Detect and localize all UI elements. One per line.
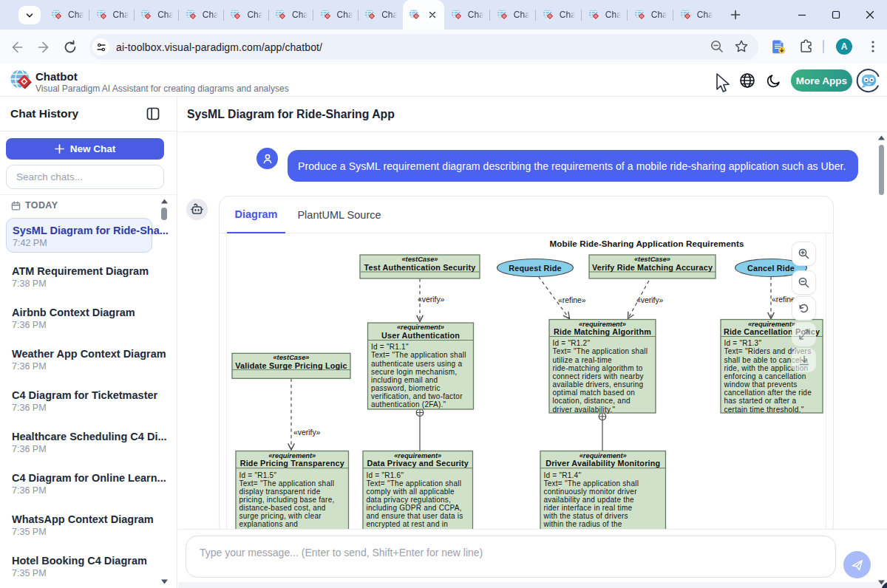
more-apps-button[interactable]: More Apps	[791, 69, 852, 92]
browser-tab[interactable]: Cha	[358, 0, 403, 30]
browser-tab[interactable]: Cha	[223, 0, 268, 30]
window-minimize-button[interactable]	[785, 0, 819, 30]
diagram-download-button[interactable]	[792, 348, 816, 372]
forward-button[interactable]	[35, 39, 52, 55]
browser-tab[interactable]: Cha	[673, 0, 719, 30]
chat-history-item[interactable]: Weather App Context Diagram7:36 PM	[6, 342, 152, 377]
svg-text:Verify Ride Matching Accuracy: Verify Ride Matching Accuracy	[592, 263, 713, 272]
chat-history-item[interactable]: ATM Requirement Diagram7:38 PM	[6, 259, 152, 294]
chat-item-title: Hotel Booking C4 Diagram	[12, 555, 152, 567]
browser-tab-active[interactable]	[403, 0, 444, 30]
sidebar-scroll-down-icon[interactable]	[160, 578, 169, 585]
diagram-expand-button[interactable]	[792, 322, 816, 346]
browser-tab[interactable]: Cha	[313, 0, 358, 30]
sidebar-scroll-up-icon[interactable]	[160, 198, 169, 205]
svg-text:«requirement»: «requirement»	[397, 324, 444, 331]
main-scroll-up-icon[interactable]	[877, 134, 886, 141]
svg-text:within the radius of the: within the radius of the	[543, 520, 622, 528]
message-input[interactable]: Type your message... (Enter to send, Shi…	[186, 536, 836, 578]
main-scrollbar-thumb[interactable]	[879, 145, 885, 195]
profile-avatar[interactable]: A	[836, 38, 852, 55]
svg-text:display transparent ride: display transparent ride	[239, 488, 321, 496]
browser-tab[interactable]: Cha	[179, 0, 224, 30]
visual-paradigm-favicon	[543, 9, 554, 21]
back-button[interactable]	[9, 39, 25, 55]
more-apps-label: More Apps	[796, 75, 847, 86]
new-chat-button[interactable]: New Chat	[6, 138, 164, 160]
browser-tab[interactable]: Cha	[444, 0, 490, 30]
svg-text:continuously monitor driver: continuously monitor driver	[544, 488, 638, 496]
chat-history-item[interactable]: SysML Diagram for Ride-Sha...7:42 PM	[6, 218, 152, 253]
tab-plantuml-label: PlantUML Source	[297, 209, 381, 221]
chat-item-title: C4 Diagram for Online Learn...	[12, 472, 152, 484]
svg-text:driver availability.": driver availability."	[553, 406, 616, 414]
send-button[interactable]	[843, 551, 871, 578]
reading-mode-button[interactable]	[770, 38, 787, 55]
tab-plantuml-source[interactable]: PlantUML Source	[291, 196, 387, 233]
visual-paradigm-favicon	[497, 9, 509, 21]
zoom-in-icon	[798, 247, 810, 260]
chat-history-item[interactable]: C4 Diagram for Online Learn...7:36 PM	[6, 466, 152, 501]
tab-diagram[interactable]: Diagram	[227, 196, 285, 233]
assistant-avatar[interactable]	[855, 67, 882, 94]
sidebar-collapse-button[interactable]	[146, 106, 160, 121]
browser-menu-button[interactable]	[865, 38, 881, 55]
chat-history-item[interactable]: Healthcare Scheduling C4 Di...7:36 PM	[6, 425, 152, 459]
chat-section-header: TODAY	[11, 200, 58, 211]
browser-tab[interactable]: Cha	[582, 0, 628, 30]
robot-icon	[191, 203, 203, 216]
visual-paradigm-logo	[10, 69, 33, 92]
dark-mode-button[interactable]	[766, 73, 781, 89]
reload-button[interactable]	[62, 39, 78, 55]
svg-text:available drivers, ensuring: available drivers, ensuring	[553, 380, 644, 389]
browser-tab[interactable]: Cha	[89, 0, 135, 30]
chat-history-item[interactable]: Airbnb Context Diagram7:36 PM	[6, 301, 152, 335]
new-tab-button[interactable]	[727, 6, 744, 24]
tab-label: Cha	[381, 10, 398, 20]
svg-text:distance-based cost, and: distance-based cost, and	[239, 504, 326, 512]
window-maximize-button[interactable]	[819, 0, 853, 30]
site-info-button[interactable]	[92, 38, 109, 55]
search-chats-input[interactable]: Search chats...	[6, 165, 164, 189]
window-close-button[interactable]	[853, 0, 887, 30]
sysml-diagram: Mobile Ride-Sharing Application Requirem…	[227, 234, 826, 529]
diagram-viewport[interactable]: Mobile Ride-Sharing Application Requirem…	[226, 234, 826, 529]
bookmark-button[interactable]	[733, 38, 750, 55]
visual-paradigm-favicon	[96, 9, 108, 21]
browser-tab[interactable]: Cha	[490, 0, 536, 30]
zoom-indicator-button[interactable]	[709, 38, 725, 55]
send-icon	[851, 558, 864, 572]
new-chat-label: New Chat	[70, 143, 116, 154]
tab-label: Cha	[247, 10, 263, 20]
diagram-zoom-in-button[interactable]	[792, 242, 816, 266]
visual-paradigm-favicon	[680, 9, 692, 21]
browser-tab[interactable]: Cha	[134, 0, 179, 30]
browser-tab[interactable]: Cha	[268, 0, 313, 30]
svg-text:authenticate users using a: authenticate users using a	[371, 360, 462, 368]
svg-text:Text= "The application shall: Text= "The application shall	[553, 347, 648, 355]
chat-history-item[interactable]: C4 Diagram for Ticketmaster7:36 PM	[6, 383, 152, 418]
svg-text:with the status of drivers: with the status of drivers	[543, 512, 628, 520]
main-scroll-down-icon[interactable]	[877, 579, 886, 586]
app-tagline: Visual Paradigm AI Assistant for creatin…	[35, 83, 289, 94]
sidebar-scrollbar-thumb[interactable]	[161, 208, 167, 220]
extensions-button[interactable]	[798, 38, 815, 55]
browser-tab[interactable]: Cha	[536, 0, 582, 30]
browser-tab[interactable]: Cha	[44, 0, 89, 30]
reset-icon	[798, 302, 810, 315]
svg-text:Validate Surge Pricing Logic: Validate Surge Pricing Logic	[235, 361, 347, 370]
browser-tab[interactable]: Cha	[628, 0, 673, 30]
chat-history-item[interactable]: Hotel Booking C4 Diagram7:35 PM	[6, 549, 152, 584]
tab-search-button[interactable]	[18, 6, 41, 24]
diagram-zoom-out-button[interactable]	[792, 270, 816, 295]
url-text[interactable]: ai-toolbox.visual-paradigm.com/app/chatb…	[116, 34, 322, 60]
chat-history-item[interactable]: WhatsApp Context Diagram7:35 PM	[6, 507, 152, 542]
zoom-out-lens-icon	[709, 38, 725, 55]
diagram-reset-button[interactable]	[792, 296, 816, 321]
language-button[interactable]	[739, 72, 755, 89]
chat-item-time: 7:36 PM	[12, 485, 152, 496]
svg-text:encrypted at rest and in: encrypted at rest and in	[367, 520, 449, 528]
panel-collapse-icon	[146, 106, 160, 121]
tab-label: Cha	[514, 10, 530, 20]
tab-close-icon[interactable]	[428, 10, 437, 19]
